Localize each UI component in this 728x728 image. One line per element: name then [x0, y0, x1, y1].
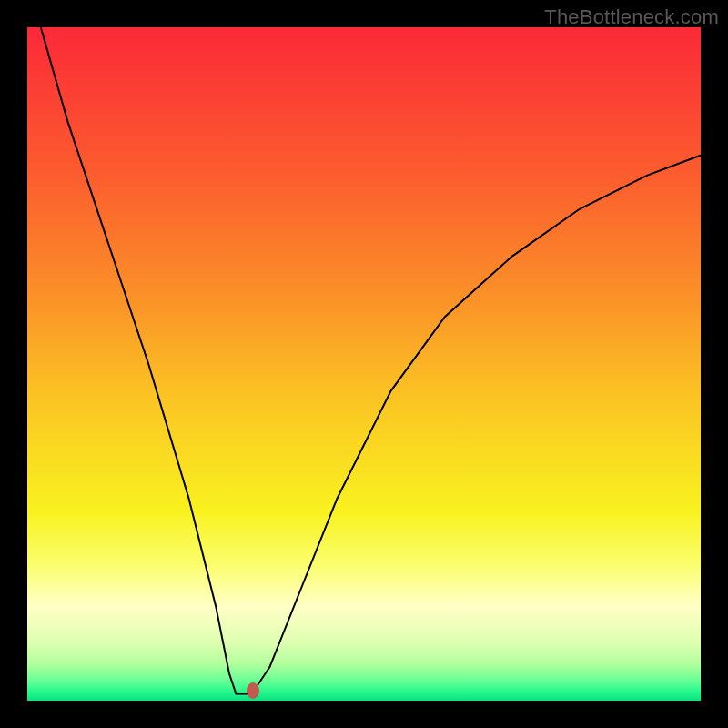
optimum-marker [247, 682, 259, 699]
watermark-text: TheBottleneck.com [544, 5, 719, 29]
chart-frame: TheBottleneck.com [0, 0, 728, 728]
bottleneck-curve [27, 27, 701, 701]
plot-area [27, 27, 701, 701]
